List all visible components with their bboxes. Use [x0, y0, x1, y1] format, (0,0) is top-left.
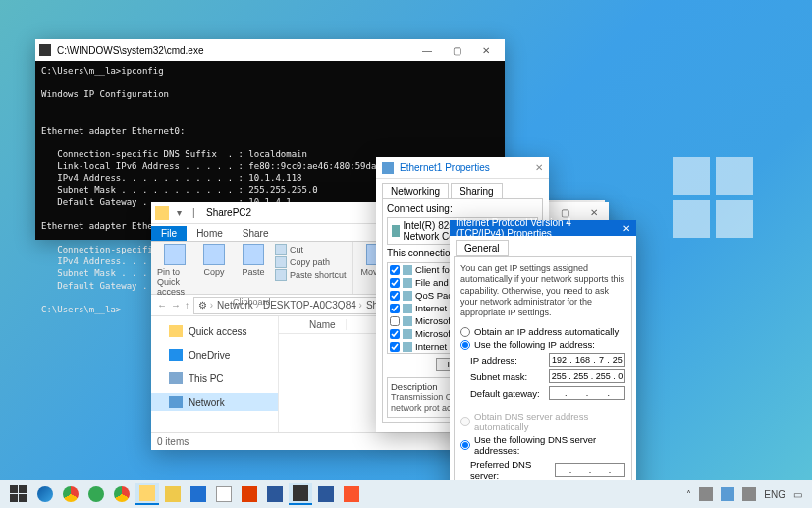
- breadcrumb-network-icon: ⚙: [198, 300, 213, 310]
- system-tray: ˄ ENG ▭: [686, 487, 808, 501]
- taskbar-explorer-icon[interactable]: [135, 483, 159, 505]
- preferred-dns-input[interactable]: ...: [555, 463, 625, 477]
- taskbar-mail-icon[interactable]: [187, 483, 210, 505]
- connect-using-label: Connect using:: [387, 203, 538, 214]
- nav-onedrive[interactable]: OneDrive: [151, 346, 278, 364]
- tab-sharing[interactable]: Sharing: [451, 183, 502, 198]
- folder-icon: [155, 206, 169, 220]
- breadcrumb-host[interactable]: DESKTOP-A0C3Q84: [263, 300, 362, 310]
- start-button[interactable]: [10, 485, 27, 503]
- ip-address-input[interactable]: 192.168.7.25: [549, 353, 625, 367]
- ipv4-note: You can get IP settings assigned automat…: [460, 263, 625, 318]
- cmd-title-text: C:\WINDOWS\system32\cmd.exe: [57, 45, 203, 56]
- navigation-pane: Quick access OneDrive This PC Network: [151, 316, 279, 432]
- cmd-icon: [39, 44, 51, 56]
- nav-network[interactable]: Network: [151, 393, 278, 411]
- cut-button[interactable]: Cut: [275, 244, 347, 255]
- item-count: 0 items: [157, 436, 189, 447]
- subnet-mask-label: Subnet mask:: [470, 371, 527, 382]
- ipv4-properties-dialog: Internet Protocol Version 4 (TCP/IPv4) P…: [450, 220, 636, 508]
- close-button[interactable]: ✕: [535, 162, 543, 173]
- adapter-icon: [392, 225, 400, 237]
- paste-button[interactable]: Paste: [236, 244, 271, 297]
- network-icon: [382, 162, 394, 174]
- radio-dns-manual[interactable]: Use the following DNS server addresses:: [460, 434, 625, 456]
- tray-network-icon[interactable]: [721, 487, 734, 501]
- ethernet-title: Ethernet1 Properties: [400, 162, 490, 173]
- forward-button[interactable]: →: [171, 300, 181, 310]
- copy-button[interactable]: Copy: [196, 244, 232, 297]
- taskbar-terminal-icon[interactable]: [314, 483, 338, 505]
- taskbar-word-icon[interactable]: [263, 483, 287, 505]
- taskbar-edge-icon[interactable]: [33, 483, 57, 505]
- up-button[interactable]: ↑: [185, 300, 189, 310]
- taskbar-office-icon[interactable]: [238, 483, 261, 505]
- maximize-button[interactable]: ▢: [442, 45, 471, 56]
- taskbar-files-icon[interactable]: [161, 483, 185, 505]
- tray-language[interactable]: ENG: [764, 489, 785, 500]
- close-button[interactable]: ✕: [471, 45, 501, 56]
- taskbar-brave-icon[interactable]: [340, 483, 363, 505]
- breadcrumb-root[interactable]: Network: [217, 300, 259, 310]
- taskbar-chrome-icon[interactable]: [59, 483, 82, 505]
- radio-ip-manual[interactable]: Use the following IP address:: [460, 339, 625, 350]
- taskbar-app-icon[interactable]: [110, 483, 134, 505]
- qat-save-icon[interactable]: ▾: [177, 207, 190, 218]
- back-button[interactable]: ←: [157, 300, 167, 310]
- tray-sync-icon[interactable]: [699, 487, 713, 501]
- tab-general[interactable]: General: [456, 240, 509, 256]
- tray-chevron-icon[interactable]: ˄: [686, 489, 691, 500]
- radio-ip-auto[interactable]: Obtain an IP address automatically: [460, 326, 625, 337]
- wallpaper-windows-logo: [673, 157, 753, 238]
- ip-address-label: IP address:: [470, 355, 517, 366]
- explorer-title: SharePC2: [206, 207, 251, 218]
- default-gateway-label: Default gateway:: [470, 388, 540, 399]
- preferred-dns-label: Preferred DNS server:: [470, 459, 555, 480]
- ethernet-titlebar[interactable]: Ethernet1 Properties ✕: [376, 157, 549, 179]
- cmd-titlebar[interactable]: C:\WINDOWS\system32\cmd.exe — ▢ ✕: [35, 39, 505, 61]
- taskbar-edge-dev-icon[interactable]: [84, 483, 108, 505]
- nav-quick-access[interactable]: Quick access: [151, 322, 278, 340]
- ipv4-title: Internet Protocol Version 4 (TCP/IPv4) P…: [456, 217, 623, 239]
- default-gateway-input[interactable]: ...: [549, 386, 625, 400]
- paste-shortcut-button[interactable]: Paste shortcut: [275, 269, 347, 281]
- tab-networking[interactable]: Networking: [382, 183, 449, 198]
- tray-notifications-icon[interactable]: ▭: [793, 489, 802, 500]
- pin-quick-access-button[interactable]: Pin to Quick access: [157, 244, 192, 297]
- tray-volume-icon[interactable]: [742, 487, 756, 501]
- taskbar: ˄ ENG ▭: [0, 480, 812, 508]
- minimize-button[interactable]: —: [412, 45, 442, 56]
- taskbar-store-icon[interactable]: [212, 483, 236, 505]
- radio-dns-auto: Obtain DNS server address automatically: [460, 411, 625, 432]
- copy-path-button[interactable]: Copy path: [275, 256, 347, 268]
- tab-share[interactable]: Share: [233, 226, 279, 241]
- nav-this-pc[interactable]: This PC: [151, 369, 278, 387]
- close-button[interactable]: ✕: [623, 223, 630, 234]
- ipv4-titlebar[interactable]: Internet Protocol Version 4 (TCP/IPv4) P…: [450, 220, 636, 236]
- column-name[interactable]: Name: [299, 319, 347, 330]
- taskbar-cmd-icon[interactable]: [289, 483, 312, 505]
- tab-file[interactable]: File: [151, 226, 187, 241]
- tab-home[interactable]: Home: [187, 226, 233, 241]
- subnet-mask-input[interactable]: 255.255.255.0: [549, 369, 625, 383]
